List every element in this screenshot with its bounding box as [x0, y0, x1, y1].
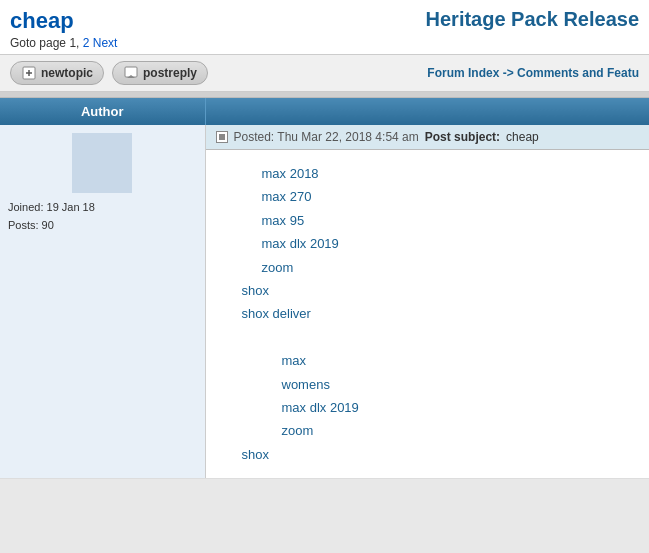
- post-line: max dlx 2019: [262, 232, 634, 255]
- author-joined: Joined: 19 Jan 18: [8, 199, 197, 217]
- author-column-header: Author: [0, 98, 205, 125]
- post-line: max dlx 2019: [282, 396, 634, 419]
- post-header: Posted: Thu Mar 22, 2018 4:54 am Post su…: [206, 125, 650, 150]
- post-line: zoom: [282, 419, 634, 442]
- post-line: shox: [242, 443, 634, 466]
- toolbar: newtopic postreply Forum Index -> Commen…: [0, 54, 649, 92]
- breadcrumb: Forum Index -> Comments and Featu: [427, 66, 639, 80]
- header-right: Heritage Pack Release: [426, 8, 639, 31]
- post-line: max 2018: [262, 162, 634, 185]
- post-line: max 270: [262, 185, 634, 208]
- pagination: Goto page 1, 2 Next: [10, 36, 117, 50]
- new-topic-icon: [21, 65, 37, 81]
- author-posts: Posts: 90: [8, 217, 197, 235]
- post-subject-label: Post subject:: [425, 130, 500, 144]
- post-timestamp: Posted: Thu Mar 22, 2018 4:54 am: [234, 130, 419, 144]
- post-reply-icon: [123, 65, 139, 81]
- author-meta: Joined: 19 Jan 18 Posts: 90: [8, 199, 197, 234]
- breadcrumb-text: Forum Index -> Comments and Featu: [427, 66, 639, 80]
- header-left: cheap Goto page 1, 2 Next: [10, 8, 117, 50]
- post-body: max 2018max 270max 95max dlx 2019zoomsho…: [206, 150, 650, 478]
- author-cell: Joined: 19 Jan 18 Posts: 90: [0, 125, 205, 479]
- post-reply-label: postreply: [143, 66, 197, 80]
- page-header: cheap Goto page 1, 2 Next Heritage Pack …: [0, 0, 649, 54]
- toolbar-buttons: newtopic postreply: [10, 61, 208, 85]
- post-icon: [216, 131, 228, 143]
- post-reply-button[interactable]: postreply: [112, 61, 208, 85]
- post-line: max 95: [262, 209, 634, 232]
- new-topic-button[interactable]: newtopic: [10, 61, 104, 85]
- post-row: Joined: 19 Jan 18 Posts: 90 Posted: Thu …: [0, 125, 649, 479]
- post-table: Author Joined: 19 Jan 18 Posts: 90 Poste…: [0, 98, 649, 479]
- message-column-header: [205, 98, 649, 125]
- post-line: shox deliver: [242, 302, 634, 325]
- forum-title: Heritage Pack Release: [426, 8, 639, 31]
- author-avatar: [72, 133, 132, 193]
- post-line: womens: [282, 373, 634, 396]
- page-2-link[interactable]: 2: [83, 36, 90, 50]
- post-subject-value: cheap: [506, 130, 539, 144]
- post-line: zoom: [262, 256, 634, 279]
- post-line: max: [282, 349, 634, 372]
- post-line: shox: [242, 279, 634, 302]
- column-header-row: Author: [0, 98, 649, 125]
- next-link[interactable]: Next: [93, 36, 118, 50]
- new-topic-label: newtopic: [41, 66, 93, 80]
- message-cell: Posted: Thu Mar 22, 2018 4:54 am Post su…: [205, 125, 649, 479]
- goto-label: Goto page 1,: [10, 36, 79, 50]
- topic-title: cheap: [10, 8, 117, 34]
